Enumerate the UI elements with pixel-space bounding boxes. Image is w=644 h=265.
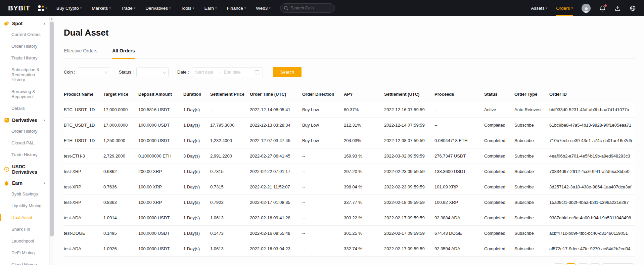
sidebar-item-current-orders[interactable]: Current Orders xyxy=(0,32,49,37)
cell-order-id: bbf933d0-5231-4faf-ab3b-baa7d1d1077a xyxy=(549,107,635,112)
sidebar-item-details[interactable]: Details xyxy=(0,106,49,111)
nav-item-markets[interactable]: Markets▾ xyxy=(92,0,111,16)
cell-target-price: 1.0914 xyxy=(103,215,138,220)
chevron-down-icon: ▾ xyxy=(109,7,111,10)
nav-item-earn[interactable]: Earn▾ xyxy=(204,0,217,16)
nav-item-label: Tools xyxy=(181,6,192,11)
download-icon[interactable] xyxy=(614,5,621,11)
user-avatar[interactable] xyxy=(582,4,591,13)
chevron-down-icon: ▾ xyxy=(269,7,271,10)
nav-item-web3[interactable]: Web3▾ xyxy=(256,0,271,16)
next-page-button[interactable]: > xyxy=(590,263,600,265)
cell-settlement-price: -- xyxy=(210,107,250,112)
scrollbar-up-arrow-icon[interactable]: ▲ xyxy=(50,16,54,21)
sidebar-item-order-history[interactable]: Order History xyxy=(0,44,49,49)
cell-target-price: 0.1495 xyxy=(103,231,138,236)
column-header-product-name: Product Name xyxy=(64,92,103,97)
page-title: Dual Asset xyxy=(64,28,635,38)
notification-bell-icon[interactable] xyxy=(599,5,606,11)
column-header-apy: APY xyxy=(344,92,384,97)
apps-grid-icon[interactable]: ▾ xyxy=(38,5,47,11)
filter-bar: Coin : Status : Date : → Search xyxy=(64,67,635,77)
range-arrow: → xyxy=(218,70,222,75)
coin-search-box[interactable] xyxy=(280,3,335,13)
end-date-input[interactable] xyxy=(224,70,245,75)
nav-item-tools[interactable]: Tools▾ xyxy=(181,0,194,16)
status-select[interactable] xyxy=(136,67,169,77)
cell-settlement-price: 1.0613 xyxy=(210,246,250,251)
cell-settlement-utc: 2022-02-17 09:59:59 xyxy=(384,246,434,251)
sidebar-item-trade-history[interactable]: Trade History xyxy=(0,152,49,157)
cell-status: Completed xyxy=(484,246,514,251)
sidebar-item-shark-fin[interactable]: Shark Fin xyxy=(0,227,49,232)
cell-order-id: 3d257142-3a18-438e-9864-1aa407dca3af xyxy=(549,184,635,189)
nav-item-buy-crypto[interactable]: Buy Crypto▾ xyxy=(56,0,82,16)
coin-select[interactable] xyxy=(78,67,110,77)
search-input[interactable] xyxy=(291,6,328,10)
chevron-up-icon: ▲ xyxy=(43,181,46,185)
sidebar-section-spot[interactable]: Spot▲ xyxy=(0,21,49,26)
cell-product-name: test-XRP xyxy=(64,169,103,174)
tab-all-orders[interactable]: All Orders xyxy=(112,48,135,59)
page-size-select[interactable]: 10 / page xyxy=(602,263,633,265)
cell-deposit-amount: 100.0000 USDT xyxy=(138,123,183,128)
cell-deposit-amount: 200.00 XRP xyxy=(138,169,183,174)
date-range-picker[interactable]: → xyxy=(192,67,263,77)
sidebar-item-cloud-mining[interactable]: Cloud Mining xyxy=(0,262,49,265)
nav-item-label: Markets xyxy=(92,6,108,11)
cell-status: Completed xyxy=(484,123,514,128)
nav-item-trade[interactable]: Trade▾ xyxy=(121,0,135,16)
cell-order-direction: Buy Low xyxy=(302,123,344,128)
cell-status: Active xyxy=(484,107,514,112)
start-date-input[interactable] xyxy=(195,70,216,75)
cell-status: Completed xyxy=(484,169,514,174)
cell-duration: 1 Day(s) xyxy=(183,138,210,143)
cell-order-type: Auto Reinvest xyxy=(514,107,549,112)
cell-proceeds: 101.09 XRP xyxy=(434,184,484,189)
cell-apy: 398.04 % xyxy=(344,184,384,189)
column-header-settlement-utc: Settlement (UTC) xyxy=(384,92,434,97)
sidebar-item-trade-history[interactable]: Trade History xyxy=(0,55,49,60)
sidebar: Spot▲Current OrdersOrder HistoryTrade Hi… xyxy=(0,16,54,265)
sidebar-section-label: Earn xyxy=(12,180,22,186)
cell-product-name: BTC_USDT_1D xyxy=(64,123,103,128)
page-button-1[interactable]: 1 xyxy=(566,263,576,265)
cell-apy: 80.37% xyxy=(344,107,384,112)
sidebar-item-borrowing-repayment[interactable]: Borrowing & Repayment xyxy=(0,89,49,99)
sidebar-section-earn[interactable]: Earn▲ xyxy=(0,180,49,186)
sidebar-scrollbar[interactable]: ▲ xyxy=(49,16,54,265)
sidebar-item-order-history[interactable]: Order History xyxy=(0,129,49,134)
cell-duration: 3 Day(s) xyxy=(183,153,210,159)
cell-product-name: test-DOGE xyxy=(64,231,103,236)
cell-proceeds: 674.43 DOGE xyxy=(434,231,484,236)
assets-menu[interactable]: Assets▾ xyxy=(531,0,547,16)
sidebar-item-bybit-savings[interactable]: Bybit Savings xyxy=(0,191,49,196)
scrollbar-thumb[interactable] xyxy=(50,21,54,236)
orders-menu[interactable]: Orders▾ xyxy=(556,0,573,16)
sidebar-section-derivatives[interactable]: Derivatives▲ xyxy=(0,118,49,123)
cell-settlement-utc: 2022-02-23 09:59:59 xyxy=(384,184,434,189)
sidebar-item-defi-mining[interactable]: DeFi Mining xyxy=(0,250,49,255)
sidebar-item-launchpool[interactable]: Launchpool xyxy=(0,238,49,244)
sidebar-item-dual-asset[interactable]: Dual Asset xyxy=(0,215,49,220)
cell-order-id: 15a09cf1-3b2f-4baa-b3f1-c396a231e297 xyxy=(549,200,635,205)
page-button-2[interactable]: 2 xyxy=(578,263,588,265)
cell-deposit-amount: 0.10000000 ETH xyxy=(138,153,183,159)
cell-order-direction: -- xyxy=(302,184,344,189)
nav-item-derivatives[interactable]: Derivatives▾ xyxy=(145,0,171,16)
language-globe-icon[interactable] xyxy=(630,5,636,11)
sidebar-item-subscription-redemption-history[interactable]: Subscription & Redemption History xyxy=(0,67,49,82)
orders-table: Product NameTarget PriceDeposit AmountDu… xyxy=(64,87,635,257)
grid-icon xyxy=(38,5,44,11)
tab-effective-orders[interactable]: Effective Orders xyxy=(64,48,97,58)
sidebar-section-usdc-derivatives[interactable]: SUSDC Derivatives xyxy=(0,164,49,175)
nav-item-finance[interactable]: Finance▾ xyxy=(227,0,246,16)
prev-page-button[interactable]: < xyxy=(554,263,563,265)
cell-status: Completed xyxy=(484,231,514,236)
bybit-logo[interactable]: BYBIT xyxy=(8,4,30,12)
cell-order-type: Subscribe xyxy=(514,138,549,143)
sidebar-item-closed-p-l[interactable]: Closed P&L xyxy=(0,140,49,145)
search-button[interactable]: Search xyxy=(273,67,302,77)
sidebar-item-liquidity-mining[interactable]: Liquidity Mining xyxy=(0,203,49,208)
cell-order-direction: Buy Low xyxy=(302,107,344,112)
